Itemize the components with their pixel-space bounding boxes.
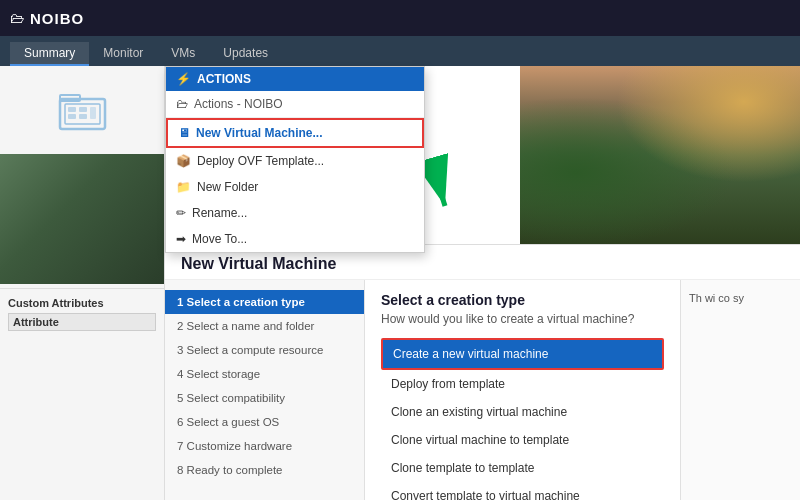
svg-rect-7 <box>90 107 96 119</box>
wizard-content-title: Select a creation type <box>381 292 664 308</box>
wizard-steps: 1 Select a creation type 2 Select a name… <box>165 280 365 500</box>
top-bar: 🗁 NOIBO <box>0 0 800 36</box>
bg-photo-inner <box>520 66 800 244</box>
sidebar-bg-image <box>0 154 164 284</box>
tab-monitor[interactable]: Monitor <box>89 42 157 66</box>
svg-rect-6 <box>79 114 87 119</box>
main-content: ⚡ ACTIONS 🗁 Actions - NOIBO 🖥 New Virtua… <box>165 66 800 500</box>
wizard-description: Th wi co sy <box>680 280 800 500</box>
option-clone-template-to-template[interactable]: Clone template to template <box>381 454 664 482</box>
nvm-body: 1 Select a creation type 2 Select a name… <box>165 280 800 500</box>
attribute-column-header: Attribute <box>9 314 156 331</box>
svg-rect-5 <box>79 107 87 112</box>
vm-menu-icon: 🖥 <box>178 126 190 140</box>
app-title: NOIBO <box>30 10 84 27</box>
description-text: Th wi co sy <box>689 292 744 304</box>
wizard-step-3[interactable]: 3 Select a compute resource <box>165 338 364 362</box>
wizard-content: Select a creation type How would you lik… <box>365 280 680 500</box>
tab-updates[interactable]: Updates <box>209 42 282 66</box>
svg-rect-4 <box>68 114 76 119</box>
actions-header-label: ACTIONS <box>197 72 251 86</box>
attribute-table: Attribute <box>8 313 156 331</box>
tab-vms[interactable]: VMs <box>157 42 209 66</box>
new-folder-menu-item[interactable]: 📁 New Folder <box>166 174 424 200</box>
new-virtual-machine-menu-item[interactable]: 🖥 New Virtual Machine... <box>166 118 424 148</box>
option-convert-template[interactable]: Convert template to virtual machine <box>381 482 664 500</box>
folder-small-icon: 🗁 <box>176 97 188 111</box>
option-create-new[interactable]: Create a new virtual machine <box>381 338 664 370</box>
deploy-icon: 📦 <box>176 154 191 168</box>
actions-header-icon: ⚡ <box>176 72 191 86</box>
move-to-menu-item[interactable]: ➡ Move To... <box>166 226 424 252</box>
option-clone-existing[interactable]: Clone an existing virtual machine <box>381 398 664 426</box>
wizard-content-subtitle: How would you like to create a virtual m… <box>381 312 664 326</box>
wizard-step-5[interactable]: 5 Select compatibility <box>165 386 364 410</box>
background-photo <box>520 66 800 244</box>
wizard-step-1[interactable]: 1 Select a creation type <box>165 290 364 314</box>
folder-icon: 🗁 <box>10 10 24 26</box>
actions-menu: ⚡ ACTIONS 🗁 Actions - NOIBO 🖥 New Virtua… <box>165 66 425 253</box>
tab-summary[interactable]: Summary <box>10 42 89 66</box>
option-deploy-template[interactable]: Deploy from template <box>381 370 664 398</box>
rename-icon: ✏ <box>176 206 186 220</box>
nav-tabs: Summary Monitor VMs Updates <box>0 36 800 66</box>
datacenter-icon <box>52 84 112 144</box>
rename-menu-item[interactable]: ✏ Rename... <box>166 200 424 226</box>
actions-header: ⚡ ACTIONS <box>166 67 424 91</box>
nvm-dialog: New Virtual Machine 1 Select a creation … <box>165 244 800 500</box>
actions-title-item: 🗁 Actions - NOIBO <box>166 91 424 118</box>
wizard-step-2[interactable]: 2 Select a name and folder <box>165 314 364 338</box>
wizard-step-8[interactable]: 8 Ready to complete <box>165 458 364 482</box>
custom-attributes-section: Custom Attributes Attribute <box>0 288 164 339</box>
wizard-step-6[interactable]: 6 Select a guest OS <box>165 410 364 434</box>
content-area: Custom Attributes Attribute ⚡ ACTIONS 🗁 … <box>0 66 800 500</box>
wizard-step-4[interactable]: 4 Select storage <box>165 362 364 386</box>
vm-icon-area <box>0 74 164 154</box>
wizard-step-7[interactable]: 7 Customize hardware <box>165 434 364 458</box>
new-folder-icon: 📁 <box>176 180 191 194</box>
left-sidebar: Custom Attributes Attribute <box>0 66 165 500</box>
move-icon: ➡ <box>176 232 186 246</box>
svg-rect-3 <box>68 107 76 112</box>
deploy-ovf-menu-item[interactable]: 📦 Deploy OVF Template... <box>166 148 424 174</box>
option-clone-to-template[interactable]: Clone virtual machine to template <box>381 426 664 454</box>
custom-attributes-label: Custom Attributes <box>8 297 156 309</box>
